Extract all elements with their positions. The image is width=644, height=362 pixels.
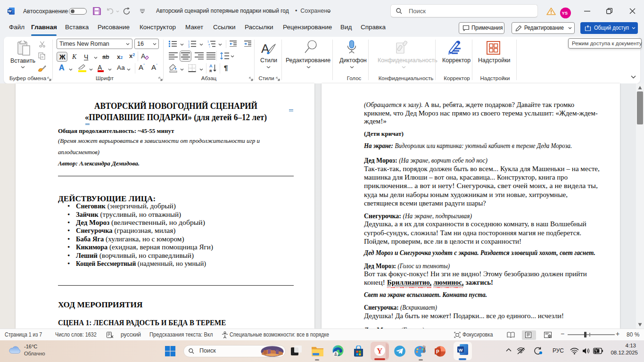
svg-text:я: я xyxy=(209,68,212,73)
svg-text:P: P xyxy=(436,349,439,354)
svg-text:A: A xyxy=(141,52,146,60)
svg-text:W: W xyxy=(8,9,12,13)
svg-text:W: W xyxy=(459,347,463,353)
svg-text:А: А xyxy=(209,64,213,68)
svg-text:i: i xyxy=(209,45,210,48)
svg-text:3: 3 xyxy=(188,45,190,48)
